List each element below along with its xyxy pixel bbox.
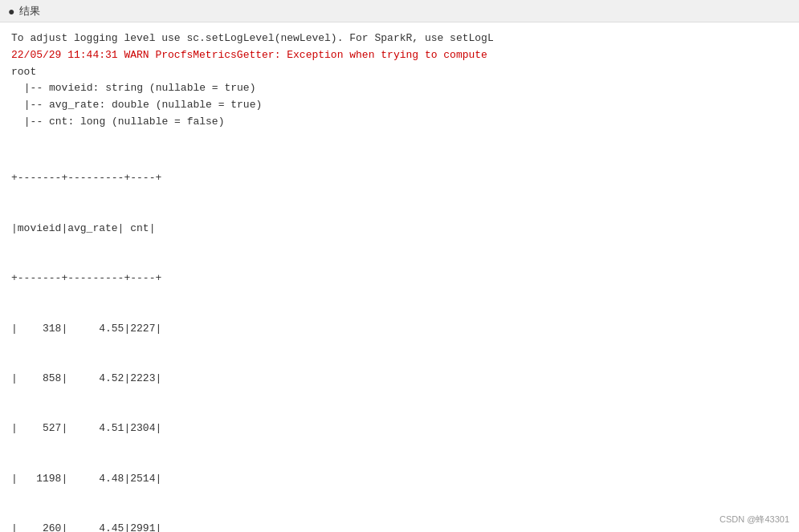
table-row-3: | 527| 4.51|2304| (11, 420, 788, 437)
schema-line-3: |-- cnt: long (nullable = false) (11, 114, 788, 131)
table-header: |movieid|avg_rate| cnt| (11, 221, 788, 238)
table-row-5: | 260| 4.45|2991| (11, 521, 788, 532)
table-border-mid: +-------+---------+----+ (11, 270, 788, 287)
table-container: +-------+---------+----+ |movieid|avg_ra… (11, 137, 788, 532)
schema-line-1: |-- movieid: string (nullable = true) (11, 80, 788, 97)
table-row-4: | 1198| 4.48|2514| (11, 471, 788, 488)
main-content: To adjust logging level use sc.setLogLev… (0, 22, 799, 532)
dot-icon: ● (8, 5, 14, 18)
title-text: 结果 (19, 4, 40, 18)
log-line-2: 22/05/29 11:44:31 WARN ProcfsMetricsGett… (11, 47, 788, 64)
schema-line-2: |-- avg_rate: double (nullable = true) (11, 97, 788, 114)
log-line-1: To adjust logging level use sc.setLogLev… (11, 30, 788, 47)
log-line-root: root (11, 64, 788, 81)
watermark: CSDN @蜂43301 (720, 514, 789, 526)
table-row-1: | 318| 4.55|2227| (11, 321, 788, 338)
top-bar: ● 结果 (0, 0, 799, 22)
table-border-top: +-------+---------+----+ (11, 170, 788, 187)
table-row-2: | 858| 4.52|2223| (11, 371, 788, 388)
section-title: ● 结果 (8, 4, 40, 18)
